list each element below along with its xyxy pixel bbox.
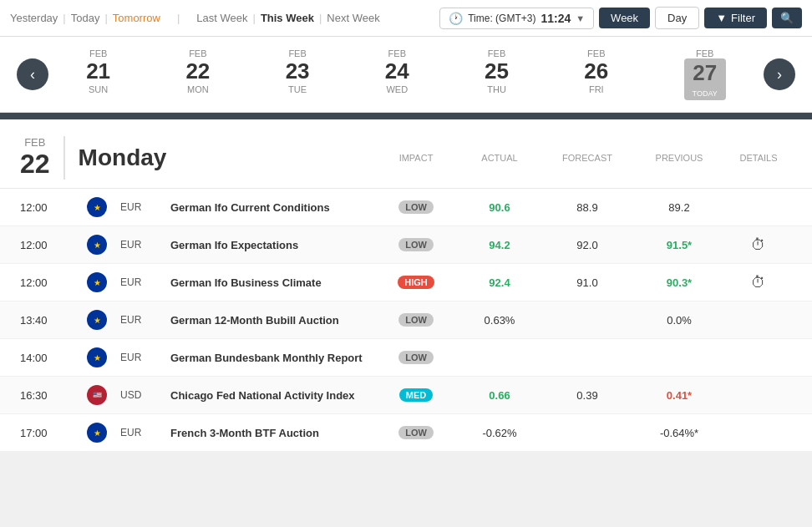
value-cell: 90.3*	[667, 276, 692, 289]
event-time: 14:00	[20, 352, 87, 364]
day-title: Monday	[79, 144, 374, 171]
nav-next-week[interactable]: Next Week	[327, 12, 379, 24]
event-flag: ★	[87, 235, 120, 255]
calendar-day[interactable]: FEB 27 TODAY	[669, 45, 741, 104]
event-details[interactable]: ⏱	[725, 274, 792, 291]
nav-today[interactable]: Today	[71, 12, 100, 24]
nav-yesterday[interactable]: Yesterday	[10, 12, 58, 24]
calendar-day[interactable]: FEB 24 WED	[370, 45, 424, 104]
col-details: DETAILS	[725, 153, 792, 163]
eur-flag: ★	[87, 347, 107, 367]
day-button[interactable]: Day	[655, 7, 699, 29]
eur-flag: ★	[87, 197, 107, 217]
cal-date: 24	[385, 58, 409, 84]
value-cell: 91.0	[576, 276, 597, 289]
value-cell: 92.4	[489, 276, 510, 289]
event-flag: 🇺🇸	[87, 385, 120, 405]
table-row: 13:40 ★ EUR German 12-Month Bubill Aucti…	[0, 302, 812, 339]
time-display[interactable]: 🕐 Time: (GMT+3) 11:24 ▼	[439, 8, 594, 29]
event-name: German Ifo Expectations	[170, 239, 374, 251]
impact-badge: LOW	[398, 313, 434, 327]
col-previous: PREVIOUS	[633, 153, 725, 163]
event-actual: 94.2	[458, 239, 541, 251]
nav-links: Yesterday | Today | Tomorrow | Last Week…	[10, 12, 380, 24]
calendar-day[interactable]: FEB 25 THU	[469, 45, 524, 104]
week-button[interactable]: Week	[599, 8, 650, 28]
event-currency: EUR	[120, 239, 170, 251]
main-content: FEB 22 Monday IMPACT ACTUAL FORECAST PRE…	[0, 119, 812, 452]
event-time: 13:40	[20, 314, 87, 327]
eur-flag: ★	[87, 423, 107, 443]
event-previous: 91.5*	[633, 239, 725, 251]
filter-button[interactable]: ▼ Filter	[704, 8, 767, 28]
event-time: 16:30	[20, 389, 87, 402]
event-actual: 92.4	[458, 276, 541, 289]
today-badge: TODAY	[689, 89, 721, 99]
event-impact: MED	[374, 388, 458, 402]
value-cell: 94.2	[489, 239, 510, 251]
calendar-day[interactable]: FEB 21 SUN	[71, 45, 125, 104]
event-flag: ★	[87, 197, 120, 217]
table-row: 12:00 ★ EUR German Ifo Expectations LOW …	[0, 226, 812, 264]
value-cell: 92.0	[576, 239, 597, 251]
col-forecast: FORECAST	[541, 153, 633, 163]
search-button[interactable]: 🔍	[772, 8, 802, 28]
event-currency: EUR	[120, 427, 170, 438]
event-impact: LOW	[374, 200, 458, 214]
event-previous: 0.0%	[633, 314, 725, 327]
calendar-day[interactable]: FEB 23 TUE	[271, 45, 325, 104]
calendar-next-button[interactable]: ›	[764, 58, 795, 90]
nav-last-week[interactable]: Last Week	[196, 12, 247, 24]
event-name: German Bundesbank Monthly Report	[170, 352, 374, 364]
nav-this-week[interactable]: This Week	[261, 12, 314, 24]
date-header: FEB 22 Monday IMPACT ACTUAL FORECAST PRE…	[0, 119, 812, 189]
event-currency: EUR	[120, 352, 170, 363]
calendar-day[interactable]: FEB 22 MON	[170, 45, 225, 104]
value-cell: 0.41*	[667, 389, 692, 402]
table-row: 12:00 ★ EUR German Ifo Current Condition…	[0, 189, 812, 226]
event-time: 17:00	[20, 427, 87, 439]
detail-icon[interactable]: ⏱	[725, 236, 792, 254]
nav-tomorrow[interactable]: Tomorrow	[113, 12, 160, 24]
usd-flag: 🇺🇸	[87, 385, 107, 405]
filter-label: Filter	[731, 12, 755, 24]
event-impact: HIGH	[374, 276, 458, 289]
event-currency: USD	[120, 389, 170, 401]
calendar-day[interactable]: FEB 26 FRI	[569, 45, 623, 104]
event-actual: 0.66	[458, 389, 541, 402]
event-actual: 90.6	[458, 201, 541, 214]
event-currency: EUR	[120, 276, 170, 288]
event-details[interactable]: ⏱	[725, 236, 792, 254]
cal-date: 26	[584, 58, 608, 84]
event-forecast: 92.0	[541, 239, 633, 251]
time-value: 11:24	[540, 12, 571, 25]
event-previous: -0.64%*	[633, 427, 725, 439]
value-cell: 0.63%	[485, 314, 515, 327]
event-time: 12:00	[20, 201, 87, 214]
event-flag: ★	[87, 347, 120, 367]
event-forecast: 91.0	[541, 276, 633, 289]
col-impact: IMPACT	[374, 153, 458, 163]
cal-month: FEB	[189, 48, 206, 58]
eur-flag: ★	[87, 235, 107, 255]
event-flag: ★	[87, 423, 120, 443]
event-actual: 0.63%	[458, 314, 541, 327]
event-time: 12:00	[20, 276, 87, 289]
value-cell: 0.39	[576, 389, 597, 402]
calendar-days: FEB 21 SUN FEB 22 MON FEB 23 TUE FEB 24 …	[48, 45, 764, 104]
cal-month: FEB	[587, 48, 605, 58]
cal-dayname: SUN	[89, 84, 108, 94]
cal-date: 22	[185, 58, 210, 84]
cal-month: FEB	[488, 48, 505, 58]
chevron-down-icon: ▼	[576, 13, 585, 23]
calendar-prev-button[interactable]: ‹	[17, 58, 48, 90]
cal-date: 27	[689, 60, 721, 86]
impact-badge: LOW	[398, 200, 434, 214]
impact-badge: LOW	[398, 351, 434, 364]
cal-dayname: TUE	[288, 84, 307, 94]
detail-icon[interactable]: ⏱	[725, 274, 792, 291]
event-name: German Ifo Current Conditions	[170, 201, 374, 214]
event-impact: LOW	[374, 313, 458, 327]
event-name: German 12-Month Bubill Auction	[170, 314, 374, 327]
impact-badge: HIGH	[398, 276, 434, 289]
